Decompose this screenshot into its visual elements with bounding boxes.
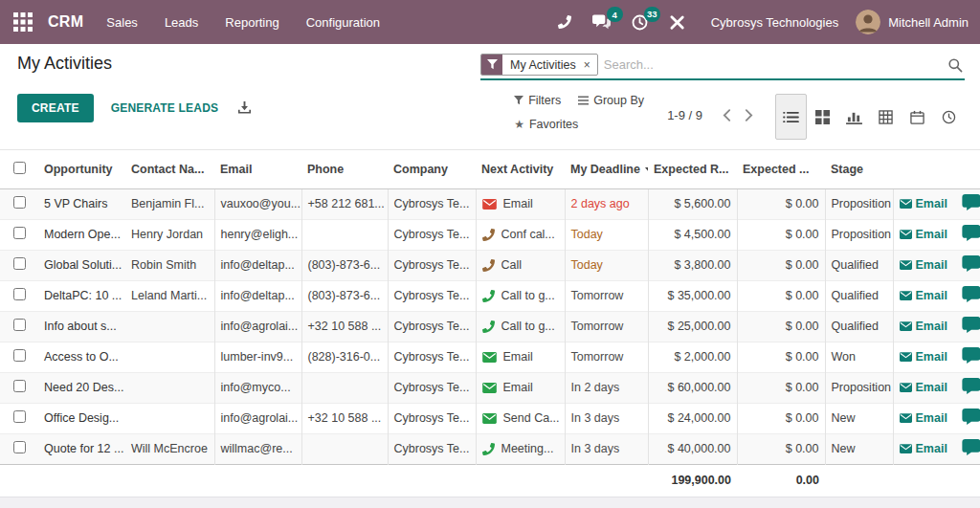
- next-activity-cell[interactable]: Send Ca...: [476, 403, 565, 433]
- opportunity-cell[interactable]: Need 20 Des...: [38, 372, 125, 403]
- email-action-button[interactable]: Email: [893, 280, 962, 311]
- row-checkbox[interactable]: [13, 196, 26, 209]
- email-cell[interactable]: vauxoo@you...: [214, 188, 301, 219]
- deadline-cell[interactable]: Today: [565, 250, 648, 280]
- contact-cell[interactable]: Leland Marti...: [125, 280, 214, 311]
- search-bar[interactable]: My Activities ×: [480, 54, 965, 80]
- deadline-cell[interactable]: In 3 days: [565, 433, 648, 464]
- phone-activity-icon[interactable]: [482, 320, 495, 333]
- opportunity-cell[interactable]: DeltaPC: 10 ...: [38, 280, 125, 311]
- deadline-cell[interactable]: In 2 days: [565, 372, 648, 403]
- email-action-button[interactable]: Email: [893, 433, 962, 464]
- phone-cell[interactable]: +58 212 681...: [301, 188, 388, 219]
- search-input[interactable]: [598, 55, 947, 75]
- next-activity-cell[interactable]: Email: [476, 372, 565, 403]
- stage-cell[interactable]: Proposition: [825, 372, 893, 403]
- sms-action-icon[interactable]: [962, 219, 980, 250]
- deadline-cell[interactable]: Tomorrow: [565, 342, 648, 372]
- email-action-button[interactable]: Email: [893, 403, 962, 433]
- header-expected-other[interactable]: Expected ...: [737, 150, 825, 188]
- header-opportunity[interactable]: Opportunity: [38, 150, 125, 188]
- sms-action-icon[interactable]: [962, 372, 980, 403]
- row-checkbox[interactable]: [13, 319, 26, 331]
- contact-cell[interactable]: Robin Smith: [125, 250, 214, 280]
- email-action-button[interactable]: Email: [893, 188, 962, 219]
- stage-cell[interactable]: New: [825, 433, 893, 464]
- header-company[interactable]: Company: [388, 150, 476, 188]
- graph-view-icon[interactable]: [838, 94, 870, 140]
- phone-activity-icon[interactable]: [482, 290, 495, 302]
- phone-activity-icon[interactable]: [482, 259, 495, 272]
- next-activity-cell[interactable]: Call to g...: [476, 280, 565, 311]
- favorites-menu[interactable]: ★ Favorites: [514, 118, 578, 131]
- company-cell[interactable]: Cybrosys Te...: [388, 311, 476, 342]
- contact-cell[interactable]: [125, 372, 214, 403]
- deadline-cell[interactable]: Tomorrow: [565, 280, 648, 311]
- envelope-activity-icon[interactable]: [482, 199, 497, 210]
- row-checkbox[interactable]: [13, 257, 26, 270]
- header-contact[interactable]: Contact Na...: [125, 150, 214, 188]
- activity-view-icon[interactable]: [933, 94, 965, 140]
- opportunity-cell[interactable]: Modern Ope...: [38, 219, 125, 250]
- header-phone[interactable]: Phone: [301, 150, 388, 188]
- next-activity-cell[interactable]: Meeting...: [476, 433, 565, 464]
- sms-action-icon[interactable]: [962, 311, 980, 342]
- contact-cell[interactable]: [125, 311, 214, 342]
- table-row[interactable]: DeltaPC: 10 ... Leland Marti... info@del…: [0, 280, 980, 311]
- opportunity-cell[interactable]: Quote for 12 ...: [38, 433, 125, 464]
- stage-cell[interactable]: Qualified: [825, 311, 893, 342]
- company-cell[interactable]: Cybrosys Te...: [388, 250, 476, 280]
- next-activity-cell[interactable]: Conf cal...: [476, 219, 565, 250]
- header-my-deadline[interactable]: My Deadline: [565, 150, 648, 188]
- table-row[interactable]: Access to O... lumber-inv9... (828)-316-…: [0, 342, 980, 372]
- company-cell[interactable]: Cybrosys Te...: [388, 188, 476, 219]
- contact-cell[interactable]: Benjamin Fl...: [125, 188, 214, 219]
- company-cell[interactable]: Cybrosys Te...: [388, 219, 476, 250]
- company-cell[interactable]: Cybrosys Te...: [388, 403, 476, 433]
- sms-action-icon[interactable]: [962, 433, 980, 464]
- stage-cell[interactable]: Won: [825, 342, 893, 372]
- sms-action-icon[interactable]: [962, 250, 980, 280]
- email-action-button[interactable]: Email: [893, 219, 962, 250]
- generate-leads-button[interactable]: GENERATE LEADS: [100, 94, 231, 122]
- phone-cell[interactable]: +32 10 588 ...: [301, 403, 388, 433]
- deadline-cell[interactable]: Tomorrow: [565, 311, 648, 342]
- envelope-activity-icon[interactable]: [482, 413, 497, 424]
- sms-action-icon[interactable]: [962, 342, 980, 372]
- stage-cell[interactable]: Qualified: [825, 280, 893, 311]
- sms-action-icon[interactable]: [962, 280, 980, 311]
- pivot-view-icon[interactable]: [870, 94, 902, 140]
- menu-reporting[interactable]: Reporting: [212, 2, 292, 43]
- row-checkbox[interactable]: [13, 288, 26, 300]
- create-button[interactable]: CREATE: [17, 94, 94, 122]
- table-row[interactable]: Quote for 12 ... Will McEncroe willmac@r…: [0, 433, 980, 464]
- sms-action-icon[interactable]: [962, 188, 980, 219]
- pager-previous-icon[interactable]: [716, 105, 738, 125]
- company-cell[interactable]: Cybrosys Te...: [388, 342, 476, 372]
- apps-menu-icon[interactable]: [13, 12, 33, 32]
- next-activity-cell[interactable]: Email: [476, 188, 565, 219]
- app-name[interactable]: CRM: [48, 13, 83, 31]
- row-checkbox[interactable]: [13, 227, 26, 239]
- email-action-button[interactable]: Email: [893, 250, 962, 280]
- email-cell[interactable]: info@agrolai...: [214, 311, 301, 342]
- next-activity-cell[interactable]: Email: [476, 342, 565, 372]
- table-row[interactable]: Modern Ope... Henry Jordan henry@eligh..…: [0, 219, 980, 250]
- next-activity-cell[interactable]: Call to g...: [476, 311, 565, 342]
- stage-cell[interactable]: Proposition: [825, 188, 893, 219]
- deadline-cell[interactable]: Today: [565, 219, 648, 250]
- phone-icon[interactable]: [547, 6, 582, 38]
- email-cell[interactable]: info@agrolai...: [214, 403, 301, 433]
- phone-cell[interactable]: [301, 433, 388, 464]
- phone-activity-icon[interactable]: [482, 443, 495, 455]
- next-activity-cell[interactable]: Call: [476, 250, 565, 280]
- opportunity-cell[interactable]: Info about s...: [38, 311, 125, 342]
- facet-remove-icon[interactable]: ×: [582, 55, 597, 75]
- table-row[interactable]: 5 VP Chairs Benjamin Fl... vauxoo@you...…: [0, 188, 980, 219]
- email-action-button[interactable]: Email: [893, 311, 962, 342]
- phone-cell[interactable]: [301, 219, 388, 250]
- opportunity-cell[interactable]: 5 VP Chairs: [38, 188, 125, 219]
- email-cell[interactable]: henry@eligh...: [214, 219, 301, 250]
- table-row[interactable]: Need 20 Des... info@myco... Cybrosys Te.…: [0, 372, 980, 403]
- phone-cell[interactable]: (803)-873-6...: [301, 280, 388, 311]
